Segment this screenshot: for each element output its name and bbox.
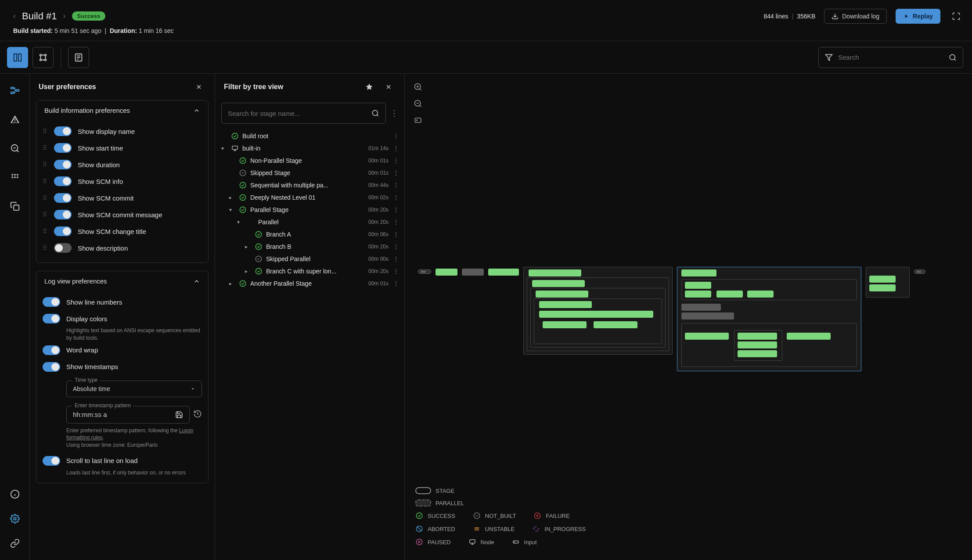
timestamp-pattern-input-box[interactable]: Enter timestamp pattern: [66, 406, 190, 424]
tree-item-menu[interactable]: ⋮: [392, 169, 400, 176]
toggle-line-numbers[interactable]: [43, 297, 60, 307]
view-log-button[interactable]: [68, 47, 89, 68]
graph-node[interactable]: [681, 312, 734, 319]
tree-item-menu[interactable]: ⋮: [392, 231, 400, 238]
reset-pattern-button[interactable]: [193, 409, 202, 418]
toggle-6[interactable]: [54, 226, 72, 236]
tree-item[interactable]: Build root ⋮: [221, 130, 400, 142]
tree-item-menu[interactable]: ⋮: [392, 280, 400, 287]
toggle-display-colors[interactable]: [43, 314, 60, 323]
toggle-scroll-last-line[interactable]: [43, 456, 60, 466]
graph-node[interactable]: [539, 301, 592, 308]
tree-item-menu[interactable]: ⋮: [392, 219, 400, 226]
drag-handle-icon[interactable]: ⠿: [43, 228, 48, 235]
graph-node[interactable]: [869, 284, 896, 291]
tree-item-menu[interactable]: ⋮: [392, 145, 400, 152]
toggle-0[interactable]: [54, 126, 72, 136]
tree-item[interactable]: Non-Parallel Stage 00m 01s ⋮: [221, 154, 400, 167]
graph-node[interactable]: [716, 291, 743, 298]
graph-node[interactable]: [539, 311, 653, 318]
tree-search-menu[interactable]: ⋮: [390, 108, 398, 118]
build-info-card-header[interactable]: Build information preferences: [36, 101, 208, 120]
toggle-3[interactable]: [54, 176, 72, 186]
graph-node[interactable]: [738, 333, 777, 340]
drag-handle-icon[interactable]: ⠿: [43, 194, 48, 201]
drag-handle-icon[interactable]: ⠿: [43, 161, 48, 168]
search-icon[interactable]: [949, 54, 957, 61]
search-icon[interactable]: [371, 109, 379, 117]
pipeline-graph[interactable]: Start: [418, 267, 959, 374]
graph-node[interactable]: [685, 282, 711, 289]
drag-handle-icon[interactable]: ⠿: [43, 144, 48, 151]
tree-item-menu[interactable]: ⋮: [392, 206, 400, 213]
drag-handle-icon[interactable]: ⠿: [43, 178, 48, 185]
graph-node[interactable]: [747, 291, 774, 298]
graph-node[interactable]: [536, 291, 588, 298]
drag-handle-icon[interactable]: ⠿: [43, 211, 48, 218]
fullscreen-button[interactable]: [949, 9, 963, 23]
tree-item-menu[interactable]: ⋮: [392, 182, 400, 189]
graph-node[interactable]: [462, 269, 484, 276]
view-graph-button[interactable]: [7, 47, 28, 68]
graph-node[interactable]: [685, 333, 729, 340]
chevron-down-icon[interactable]: ▾: [229, 207, 235, 213]
chevron-right-icon[interactable]: ▸: [229, 280, 235, 287]
tree-item[interactable]: ▾ Parallel Stage 00m 20s ⋮: [221, 204, 400, 216]
tree-item-menu[interactable]: ⋮: [392, 194, 400, 201]
chevron-right-icon[interactable]: ▸: [229, 194, 235, 201]
toggle-5[interactable]: [54, 210, 72, 219]
zoom-out-button[interactable]: [413, 98, 423, 109]
rail-search-button[interactable]: [7, 140, 23, 156]
fit-view-button[interactable]: [413, 115, 423, 126]
graph-node[interactable]: [738, 350, 777, 357]
replay-button[interactable]: Replay: [896, 9, 940, 24]
zoom-in-button[interactable]: [413, 82, 423, 92]
graph-node[interactable]: [685, 291, 711, 298]
graph-node[interactable]: [869, 276, 896, 283]
graph-node[interactable]: [594, 321, 637, 328]
tree-star-button[interactable]: [362, 80, 376, 94]
graph-node[interactable]: [738, 341, 777, 348]
rail-warnings-button[interactable]: [7, 111, 23, 127]
toggle-show-timestamps[interactable]: [43, 362, 60, 372]
search-input[interactable]: [838, 54, 943, 61]
tree-item[interactable]: ▸ Deeply Nested Level 01 00m 02s ⋮: [221, 191, 400, 204]
tree-close-button[interactable]: [382, 80, 396, 94]
tree-item-menu[interactable]: ⋮: [392, 157, 400, 164]
graph-node[interactable]: [532, 280, 585, 287]
log-view-card-header[interactable]: Log view preferences: [36, 271, 208, 291]
tree-item[interactable]: Skipped Parallel 00m 00s ⋮: [221, 253, 400, 265]
tree-item-menu[interactable]: ⋮: [392, 268, 400, 275]
rail-pipeline-button[interactable]: [7, 83, 23, 98]
toggle-2[interactable]: [54, 160, 72, 169]
time-type-select[interactable]: Time type Absolute time: [66, 381, 202, 397]
tree-item[interactable]: Skipped Stage 00m 01s ⋮: [221, 167, 400, 179]
timestamp-pattern-input[interactable]: [73, 411, 172, 418]
save-icon[interactable]: [175, 411, 183, 419]
tree-item[interactable]: Sequential with multiple pa... 00m 44s ⋮: [221, 179, 400, 191]
rail-apps-button[interactable]: [7, 169, 23, 185]
chevron-down-icon[interactable]: ▾: [237, 219, 243, 225]
chevron-right-icon[interactable]: ▸: [245, 268, 251, 274]
tree-item[interactable]: ▾ Parallel 00m 20s ⋮: [221, 216, 400, 228]
chevron-down-icon[interactable]: ▾: [221, 145, 227, 151]
rail-copy-button[interactable]: [7, 198, 23, 214]
drag-handle-icon[interactable]: ⠿: [43, 244, 48, 251]
tree-item-menu[interactable]: ⋮: [392, 255, 400, 262]
rail-info-button[interactable]: [7, 486, 23, 502]
download-log-button[interactable]: Download log: [824, 9, 887, 24]
toggle-word-wrap[interactable]: [43, 345, 60, 355]
breadcrumb-back-icon[interactable]: ‹: [13, 11, 16, 21]
breadcrumb-forward-icon[interactable]: ›: [63, 11, 66, 21]
tree-item[interactable]: ▾ built-in 01m 14s ⋮: [221, 142, 400, 154]
rail-link-button[interactable]: [7, 535, 23, 551]
search-box[interactable]: [818, 47, 963, 68]
tree-item-menu[interactable]: ⋮: [392, 243, 400, 250]
prefs-close-button[interactable]: [192, 80, 206, 94]
drag-handle-icon[interactable]: ⠿: [43, 128, 48, 135]
toggle-7[interactable]: [54, 243, 72, 253]
tree-item-menu[interactable]: ⋮: [392, 133, 400, 140]
tree-item[interactable]: ▸ Another Parallel Stage 00m 01s ⋮: [221, 277, 400, 290]
toggle-1[interactable]: [54, 143, 72, 153]
rail-settings-button[interactable]: [7, 511, 23, 527]
